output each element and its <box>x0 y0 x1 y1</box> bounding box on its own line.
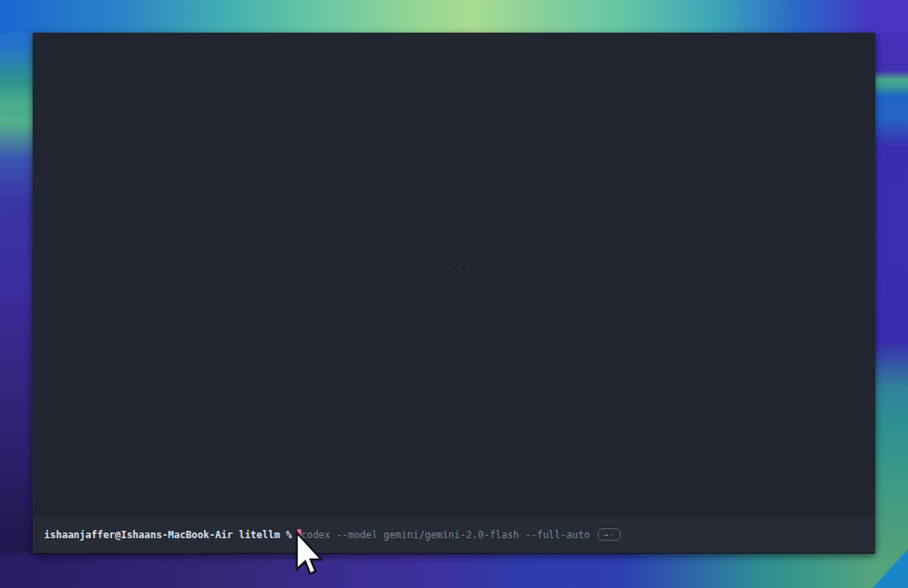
wallpaper-bottom-strip <box>0 553 908 588</box>
autocomplete-hint-badge: →· <box>598 528 620 541</box>
desktop: { "desktop": { "wallpaper_name": "macos-… <box>0 0 908 588</box>
loading-indicator: ··· <box>447 262 473 274</box>
wallpaper-right-strip <box>870 0 908 588</box>
shell-prompt: ishaanjaffer@Ishaans-MacBook-Air litellm… <box>44 529 292 541</box>
wallpaper-top-strip <box>0 0 908 33</box>
terminal-output-area[interactable]: ··· <box>33 33 875 514</box>
terminal-input-line[interactable]: ishaanjaffer@Ishaans-MacBook-Air litellm… <box>33 515 875 553</box>
command-suggestion-text: codex --model gemini/gemini-2.0-flash --… <box>300 529 590 541</box>
terminal-window[interactable]: ··· ishaanjaffer@Ishaans-MacBook-Air lit… <box>33 33 875 554</box>
